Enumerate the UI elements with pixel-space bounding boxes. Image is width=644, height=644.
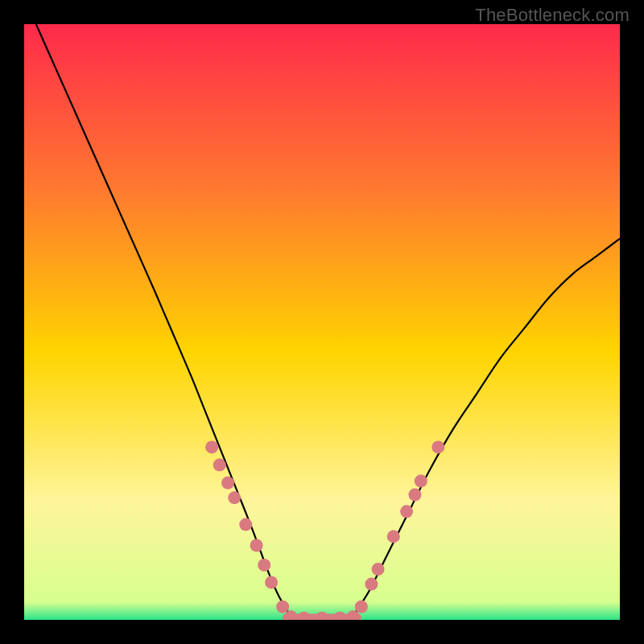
data-point (228, 491, 241, 504)
gradient-background (24, 24, 620, 620)
chart-frame: TheBottleneck.com (0, 0, 644, 644)
data-point (431, 440, 444, 453)
chart-svg (24, 24, 620, 620)
data-point (239, 518, 252, 531)
data-point (400, 505, 413, 518)
watermark-text: TheBottleneck.com (475, 5, 630, 26)
data-point (250, 539, 263, 552)
data-point (415, 475, 427, 488)
data-point (258, 559, 270, 572)
data-point (276, 601, 289, 613)
plot-area (24, 24, 620, 620)
data-point (408, 489, 421, 502)
data-point (205, 440, 218, 453)
data-point (221, 477, 234, 489)
data-point (372, 563, 385, 576)
data-point (265, 576, 278, 588)
data-point (213, 459, 226, 472)
data-point (365, 578, 378, 591)
data-point (387, 530, 400, 543)
data-point (355, 601, 368, 613)
